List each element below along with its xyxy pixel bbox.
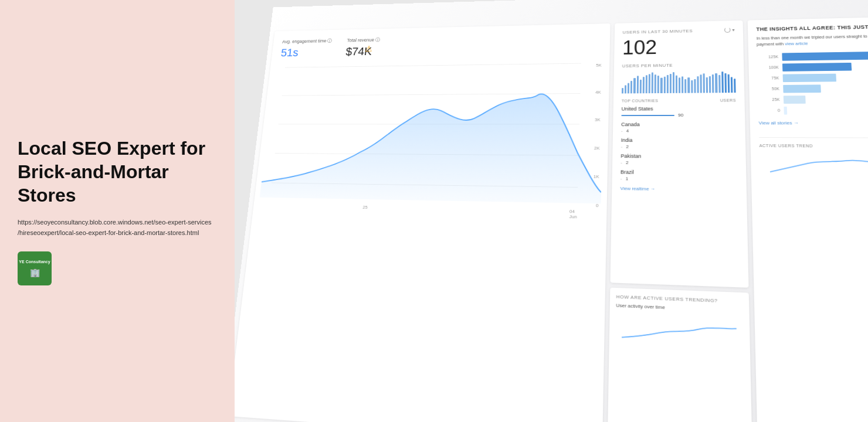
line-chart-svg xyxy=(260,63,604,203)
url-line1: https://seoyeconsultancy.blob.core.windo… xyxy=(18,219,212,226)
country-row-us: United States 90 xyxy=(621,106,736,118)
users-count: 102 xyxy=(622,35,735,59)
top-countries-header: TOP COUNTRIES USERS xyxy=(622,98,736,103)
line-chart-area: 5K 4K 3K 2K 1K 0 xyxy=(258,63,604,220)
x-axis-labels: 25 04Jun xyxy=(268,203,577,219)
mini-bar-item xyxy=(655,74,656,93)
left-panel: Local SEO Expert for Brick-and-Mortar St… xyxy=(0,0,235,422)
rc-trend-svg xyxy=(760,151,868,176)
bar-row-2: 100K xyxy=(757,62,868,72)
warning-icon: ⚠ xyxy=(365,44,373,53)
mini-bar-item xyxy=(724,73,727,93)
country-ca-name: Canada xyxy=(621,121,737,127)
dropdown-icon[interactable]: ▾ xyxy=(732,28,735,32)
badge-icon: 🏢 xyxy=(30,267,40,278)
engagement-value: 51s xyxy=(280,46,331,59)
rc-desc: In less than one month we tripled our us… xyxy=(757,32,868,47)
mini-bar-item xyxy=(630,81,632,93)
mini-bar-item xyxy=(712,74,714,93)
bar-label-2: 100K xyxy=(757,65,779,69)
mini-bar-item xyxy=(660,78,662,93)
mini-bar-item xyxy=(734,79,736,93)
rc-link[interactable]: view article xyxy=(785,41,808,46)
engagement-metric: Avg. engagement time ⓘ 51s xyxy=(280,38,333,59)
brand-badge: YE Consultancy 🏢 xyxy=(18,251,52,285)
chart-card: Avg. engagement time ⓘ 51s Total revenue… xyxy=(235,23,611,422)
bar-label-1: 125K xyxy=(757,55,779,59)
mini-bar-item xyxy=(673,72,674,93)
mini-bar-item xyxy=(649,74,650,93)
view-realtime-link[interactable]: View realtime → xyxy=(620,186,737,193)
mini-bar-item xyxy=(633,78,635,93)
x-label-04jun: 04Jun xyxy=(569,209,577,219)
bar-fill-1 xyxy=(782,52,868,61)
mini-bar-item xyxy=(681,76,683,93)
country-row-pk: Pakistan - 2 xyxy=(621,153,737,166)
revenue-value: $74K xyxy=(345,45,380,58)
bottom-trend-line xyxy=(622,323,737,342)
revenue-metric: Total revenue ⓘ $74K ⚠ xyxy=(345,37,381,59)
country-in-name: India xyxy=(621,137,737,143)
mini-bar-item xyxy=(622,88,623,93)
mini-bar-item xyxy=(663,76,665,93)
mini-bar-item xyxy=(628,83,629,94)
bar-row-3: 75K xyxy=(757,73,868,82)
y-label-0: 0 xyxy=(596,203,599,208)
mini-bar-item xyxy=(706,77,708,93)
url-line2: /hireseoexpert/local-seo-expert-for-bric… xyxy=(18,229,199,236)
mini-bar-item xyxy=(684,79,686,93)
mini-bar-item xyxy=(694,79,696,93)
mini-bar-item xyxy=(636,76,638,94)
country-ca-dash: - xyxy=(621,128,623,134)
bar-row-5: 25K xyxy=(758,95,868,104)
x-label-25: 25 xyxy=(362,205,368,215)
bar-label-6: 0 xyxy=(758,108,780,113)
mini-bar-item xyxy=(676,76,677,93)
x-label-1 xyxy=(268,203,269,213)
country-pk-count: 2 xyxy=(626,160,629,165)
country-row-ca: Canada - 4 xyxy=(621,121,737,134)
right-card: The insights all agree: this just works … xyxy=(748,16,868,422)
mini-bar-item xyxy=(657,76,659,93)
country-in-count: 2 xyxy=(626,144,629,149)
mini-bar-item xyxy=(652,73,653,94)
country-ca-count: 4 xyxy=(626,128,629,134)
view-all-stories-link[interactable]: View all stories → xyxy=(758,120,868,125)
country-us-count: 90 xyxy=(678,113,683,118)
country-in-dash: - xyxy=(621,144,623,149)
right-panel: Avg. engagement time ⓘ 51s Total revenue… xyxy=(235,0,868,422)
dashboard-wrapper: Avg. engagement time ⓘ 51s Total revenue… xyxy=(235,0,868,422)
metrics-row: Avg. engagement time ⓘ 51s Total revenue… xyxy=(276,29,605,62)
country-us-bar: 90 xyxy=(621,113,736,118)
bottom-trend-svg xyxy=(615,312,743,350)
users-per-min-label: USERS PER MINUTE xyxy=(622,62,735,69)
mini-bar-item xyxy=(727,74,730,93)
mini-bar-item xyxy=(639,80,641,94)
mini-bar-item xyxy=(691,80,693,93)
badge-label: YE Consultancy xyxy=(18,258,51,266)
mini-bar-item xyxy=(731,77,733,93)
bar-row-1: 125K xyxy=(757,51,868,61)
country-br-dash: - xyxy=(621,176,622,181)
rc-desc-text: In less than one month we tripled our us… xyxy=(757,33,868,47)
users-section-title: USERS IN LAST 30 MINUTES ▾ xyxy=(622,27,734,35)
chart-area-fill xyxy=(260,94,603,204)
mini-bar-item xyxy=(718,75,721,93)
refresh-icon[interactable] xyxy=(724,27,730,32)
mini-bar-item xyxy=(721,72,724,93)
mini-bar-item xyxy=(679,77,680,93)
top-countries-label: TOP COUNTRIES xyxy=(622,98,658,103)
mini-bar-item xyxy=(625,85,626,93)
users-refresh-icon: ▾ xyxy=(724,27,735,33)
bar-label-3: 75K xyxy=(758,76,779,80)
x-label-blank xyxy=(466,207,466,217)
bottom-card-subtitle: User activity over time xyxy=(616,302,742,314)
mini-bar-item xyxy=(715,73,717,93)
country-br-count: 1 xyxy=(626,176,629,181)
bar-row-4: 50K xyxy=(758,84,868,93)
country-row-br: Brazil - 1 xyxy=(621,169,738,183)
country-us-fill xyxy=(621,115,674,116)
revenue-label: Total revenue ⓘ xyxy=(347,37,380,44)
mini-bar-item xyxy=(670,74,672,93)
country-pk-dash: - xyxy=(621,160,622,165)
